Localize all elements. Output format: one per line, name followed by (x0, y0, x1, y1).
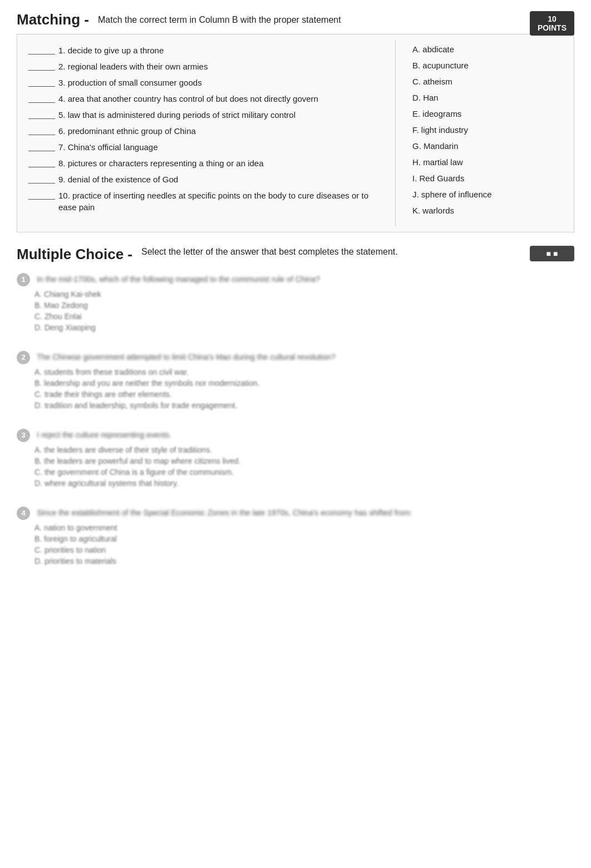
mc-options: A. students from these traditions on civ… (17, 368, 574, 410)
match-item: 8. pictures or characters representing a… (28, 157, 384, 169)
mc-question-num: 1 (17, 273, 30, 286)
match-text: 2. regional leaders with their own armie… (58, 61, 384, 72)
mc-question-block: 4 Since the establishment of the Special… (17, 504, 574, 570)
mc-header: Multiple Choice - Select the letter of t… (17, 246, 574, 263)
column-b-item: E. ideograms (412, 109, 557, 118)
mc-question-num: 4 (17, 507, 30, 520)
match-blank[interactable] (28, 93, 55, 103)
match-blank[interactable] (28, 125, 55, 135)
mc-question-text: Since the establishment of the Special E… (37, 508, 412, 517)
mc-option: D. where agricultural systems that histo… (35, 479, 574, 488)
mc-option: A. students from these traditions on civ… (35, 368, 574, 376)
match-text: 6. predominant ethnic group of China (58, 125, 384, 137)
match-text: 9. denial of the existence of God (58, 173, 384, 185)
mc-option: A. Chiang Kai-shek (35, 290, 574, 299)
match-item: 9. denial of the existence of God (28, 173, 384, 185)
mc-option: B. the leaders are powerful and to map w… (35, 457, 574, 465)
match-blank[interactable] (28, 157, 55, 167)
mc-section: 1 In the mid-1700s, which of the followi… (17, 271, 574, 570)
matching-header: Matching - Match the correct term in Col… (17, 11, 574, 28)
mc-question-block: 2 The Chinese government attempted to li… (17, 349, 574, 414)
mc-option: B. foreign to agricultural (35, 534, 574, 543)
column-b-item: H. martial law (412, 157, 557, 167)
match-text: 3. production of small consumer goods (58, 77, 384, 88)
mc-question-text: In the mid-1700s, which of the following… (37, 275, 320, 284)
column-b-item: J. sphere of influence (412, 190, 557, 199)
mc-question-block: 1 In the mid-1700s, which of the followi… (17, 271, 574, 336)
mc-subtitle: Select the letter of the answer that bes… (141, 246, 398, 258)
mc-option: C. trade their things are other elements… (35, 390, 574, 399)
match-item: 6. predominant ethnic group of China (28, 125, 384, 137)
match-item: 1. decide to give up a throne (28, 44, 384, 56)
mc-options: A. the leaders are diverse of their styl… (17, 445, 574, 488)
mc-option: C. Zhou Enlai (35, 312, 574, 321)
mc-option: B. Mao Zedong (35, 301, 574, 310)
match-text: 8. pictures or characters representing a… (58, 157, 384, 169)
mc-option: D. tradition and leadership, symbols for… (35, 401, 574, 410)
match-item: 2. regional leaders with their own armie… (28, 61, 384, 72)
mc-question-block: 3 I reject the culture representing even… (17, 426, 574, 492)
match-item: 10. practice of inserting needles at spe… (28, 190, 384, 213)
mc-option: B. leadership and you are neither the sy… (35, 379, 574, 388)
mc-option: C. priorities to nation (35, 545, 574, 554)
match-item: 3. production of small consumer goods (28, 77, 384, 88)
mc-options: A. Chiang Kai-shekB. Mao ZedongC. Zhou E… (17, 290, 574, 332)
column-b-item: I. Red Guards (412, 173, 557, 183)
column-b-item: K. warlords (412, 206, 557, 215)
mc-option: D. Deng Xiaoping (35, 323, 574, 332)
match-blank[interactable] (28, 173, 55, 183)
column-b-item: G. Mandarin (412, 141, 557, 151)
mc-options: A. nation to governmentB. foreign to agr… (17, 523, 574, 566)
mc-option: A. the leaders are diverse of their styl… (35, 445, 574, 454)
match-text: 1. decide to give up a throne (58, 44, 384, 56)
column-b-item: A. abdicate (412, 44, 557, 54)
column-b-item: D. Han (412, 93, 557, 102)
mc-question-text: The Chinese government attempted to limi… (37, 353, 336, 361)
mc-question-line: 2 The Chinese government attempted to li… (17, 351, 574, 364)
mc-question-line: 4 Since the establishment of the Special… (17, 507, 574, 520)
mc-question-text: I reject the culture representing events… (37, 430, 171, 439)
mc-question-num: 2 (17, 351, 30, 364)
match-text: 10. practice of inserting needles at spe… (58, 190, 384, 213)
mc-question-line: 3 I reject the culture representing even… (17, 429, 574, 442)
mc-option: C. the government of China is a figure o… (35, 468, 574, 477)
match-text: 4. area that another country has control… (58, 93, 384, 105)
match-text: 7. China's official language (58, 141, 384, 153)
match-item: 5. law that is administered during perio… (28, 109, 384, 121)
column-b-item: F. light industry (412, 125, 557, 135)
matching-subtitle: Match the correct term in Column B with … (98, 15, 341, 25)
matching-title: Matching - (17, 11, 89, 28)
column-a: 1. decide to give up a throne 2. regiona… (17, 40, 396, 226)
column-b-item: B. acupuncture (412, 61, 557, 70)
match-blank[interactable] (28, 44, 55, 54)
mc-question-line: 1 In the mid-1700s, which of the followi… (17, 273, 574, 286)
mc-title: Multiple Choice - (17, 246, 132, 263)
match-blank[interactable] (28, 109, 55, 119)
column-b: A. abdicateB. acupunctureC. atheismD. Ha… (396, 40, 574, 226)
column-b-item: C. atheism (412, 77, 557, 86)
mc-question-num: 3 (17, 429, 30, 442)
match-item: 7. China's official language (28, 141, 384, 153)
matching-inner: 1. decide to give up a throne 2. regiona… (17, 34, 574, 232)
match-text: 5. law that is administered during perio… (58, 109, 384, 121)
matching-points-badge: 10 POINTS (530, 11, 574, 36)
match-blank[interactable] (28, 141, 55, 151)
page: Matching - Match the correct term in Col… (0, 0, 591, 593)
match-blank[interactable] (28, 61, 55, 71)
mc-points-badge: ■ ■ (530, 246, 574, 261)
mc-option: D. priorities to materials (35, 557, 574, 566)
matching-box: 1. decide to give up a throne 2. regiona… (17, 34, 574, 232)
mc-option: A. nation to government (35, 523, 574, 532)
match-blank[interactable] (28, 77, 55, 87)
match-blank[interactable] (28, 190, 55, 200)
match-item: 4. area that another country has control… (28, 93, 384, 105)
